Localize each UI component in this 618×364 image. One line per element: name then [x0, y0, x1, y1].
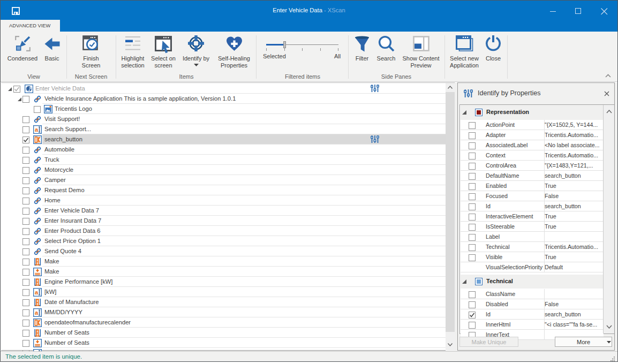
svg-text:a: a	[35, 309, 39, 316]
svg-text:a: a	[35, 289, 39, 295]
svg-text:a: a	[35, 126, 39, 133]
